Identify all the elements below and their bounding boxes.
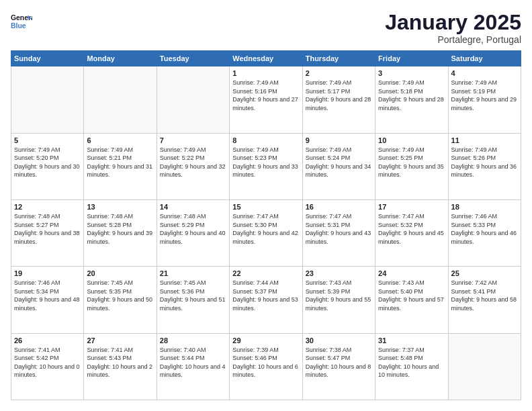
day-number: 28 [160, 336, 226, 345]
calendar-week-row: 1Sunrise: 7:49 AM Sunset: 5:16 PM Daylig… [11, 66, 521, 133]
day-number: 15 [232, 203, 299, 211]
day-info: Sunrise: 7:47 AM Sunset: 5:31 PM Dayligh… [306, 212, 372, 246]
day-info: Sunrise: 7:40 AM Sunset: 5:44 PM Dayligh… [160, 346, 226, 379]
col-tuesday: Tuesday [157, 51, 229, 66]
day-info: Sunrise: 7:38 AM Sunset: 5:47 PM Dayligh… [306, 346, 372, 379]
table-row: 5Sunrise: 7:49 AM Sunset: 5:20 PM Daylig… [11, 133, 84, 199]
day-number: 3 [378, 69, 445, 77]
day-info: Sunrise: 7:43 AM Sunset: 5:40 PM Dayligh… [378, 279, 445, 312]
day-number: 14 [160, 203, 226, 211]
subtitle: Portalegre, Portugal [385, 34, 521, 45]
day-info: Sunrise: 7:46 AM Sunset: 5:34 PM Dayligh… [14, 279, 81, 312]
day-number: 27 [87, 336, 153, 345]
table-row: 13Sunrise: 7:48 AM Sunset: 5:28 PM Dayli… [84, 199, 157, 266]
table-row: 23Sunrise: 7:43 AM Sunset: 5:39 PM Dayli… [302, 267, 375, 333]
day-number: 2 [306, 69, 372, 77]
table-row: 25Sunrise: 7:42 AM Sunset: 5:41 PM Dayli… [448, 267, 521, 333]
table-row: 24Sunrise: 7:43 AM Sunset: 5:40 PM Dayli… [375, 267, 448, 333]
day-info: Sunrise: 7:49 AM Sunset: 5:18 PM Dayligh… [378, 79, 445, 112]
table-row: 20Sunrise: 7:45 AM Sunset: 5:35 PM Dayli… [84, 267, 157, 333]
title-block: January 2025 Portalegre, Portugal [385, 11, 521, 45]
day-number: 26 [14, 336, 81, 345]
day-number: 29 [232, 336, 299, 345]
svg-text:Blue: Blue [11, 22, 26, 30]
calendar-week-row: 26Sunrise: 7:41 AM Sunset: 5:42 PM Dayli… [11, 333, 521, 400]
day-info: Sunrise: 7:49 AM Sunset: 5:21 PM Dayligh… [87, 146, 153, 179]
table-row: 17Sunrise: 7:47 AM Sunset: 5:32 PM Dayli… [375, 199, 448, 266]
page: General Blue January 2025 Portalegre, Po… [0, 0, 532, 411]
day-number: 17 [378, 203, 445, 211]
table-row: 15Sunrise: 7:47 AM Sunset: 5:30 PM Dayli… [230, 199, 302, 266]
day-number: 8 [232, 136, 299, 144]
day-info: Sunrise: 7:49 AM Sunset: 5:23 PM Dayligh… [232, 146, 299, 179]
day-info: Sunrise: 7:39 AM Sunset: 5:46 PM Dayligh… [232, 346, 299, 379]
day-number: 4 [451, 69, 518, 77]
day-number: 18 [451, 203, 518, 211]
day-info: Sunrise: 7:48 AM Sunset: 5:28 PM Dayligh… [87, 212, 153, 246]
day-info: Sunrise: 7:49 AM Sunset: 5:26 PM Dayligh… [451, 146, 518, 179]
table-row: 26Sunrise: 7:41 AM Sunset: 5:42 PM Dayli… [11, 333, 84, 400]
day-number: 19 [14, 269, 81, 277]
col-saturday: Saturday [448, 51, 521, 66]
day-info: Sunrise: 7:49 AM Sunset: 5:22 PM Dayligh… [160, 146, 226, 179]
table-row: 16Sunrise: 7:47 AM Sunset: 5:31 PM Dayli… [302, 199, 375, 266]
day-number: 6 [87, 136, 153, 144]
table-row: 30Sunrise: 7:38 AM Sunset: 5:47 PM Dayli… [302, 333, 375, 400]
day-info: Sunrise: 7:49 AM Sunset: 5:24 PM Dayligh… [306, 146, 372, 179]
day-info: Sunrise: 7:48 AM Sunset: 5:27 PM Dayligh… [14, 212, 81, 246]
col-friday: Friday [375, 51, 448, 66]
day-info: Sunrise: 7:49 AM Sunset: 5:25 PM Dayligh… [378, 146, 445, 179]
day-number: 11 [451, 136, 518, 144]
day-info: Sunrise: 7:37 AM Sunset: 5:48 PM Dayligh… [378, 346, 445, 379]
day-info: Sunrise: 7:42 AM Sunset: 5:41 PM Dayligh… [451, 279, 518, 312]
table-row: 14Sunrise: 7:48 AM Sunset: 5:29 PM Dayli… [157, 199, 229, 266]
day-info: Sunrise: 7:43 AM Sunset: 5:39 PM Dayligh… [306, 279, 372, 312]
table-row [84, 66, 157, 133]
day-info: Sunrise: 7:41 AM Sunset: 5:42 PM Dayligh… [14, 346, 81, 379]
day-number: 7 [160, 136, 226, 144]
col-wednesday: Wednesday [230, 51, 302, 66]
day-info: Sunrise: 7:49 AM Sunset: 5:17 PM Dayligh… [306, 79, 372, 112]
table-row: 11Sunrise: 7:49 AM Sunset: 5:26 PM Dayli… [448, 133, 521, 199]
logo: General Blue [11, 11, 32, 32]
day-info: Sunrise: 7:44 AM Sunset: 5:37 PM Dayligh… [232, 279, 299, 312]
day-info: Sunrise: 7:45 AM Sunset: 5:35 PM Dayligh… [87, 279, 153, 312]
col-thursday: Thursday [302, 51, 375, 66]
table-row: 7Sunrise: 7:49 AM Sunset: 5:22 PM Daylig… [157, 133, 229, 199]
day-number: 20 [87, 269, 153, 277]
table-row: 2Sunrise: 7:49 AM Sunset: 5:17 PM Daylig… [302, 66, 375, 133]
table-row: 19Sunrise: 7:46 AM Sunset: 5:34 PM Dayli… [11, 267, 84, 333]
table-row: 31Sunrise: 7:37 AM Sunset: 5:48 PM Dayli… [375, 333, 448, 400]
table-row: 22Sunrise: 7:44 AM Sunset: 5:37 PM Dayli… [230, 267, 302, 333]
day-number: 24 [378, 269, 445, 277]
table-row [448, 333, 521, 400]
calendar-header-row: Sunday Monday Tuesday Wednesday Thursday… [11, 51, 521, 66]
calendar-week-row: 12Sunrise: 7:48 AM Sunset: 5:27 PM Dayli… [11, 199, 521, 266]
day-number: 10 [378, 136, 445, 144]
day-info: Sunrise: 7:47 AM Sunset: 5:30 PM Dayligh… [232, 212, 299, 246]
table-row: 27Sunrise: 7:41 AM Sunset: 5:43 PM Dayli… [84, 333, 157, 400]
day-number: 22 [232, 269, 299, 277]
month-title: January 2025 [385, 11, 521, 34]
table-row: 6Sunrise: 7:49 AM Sunset: 5:21 PM Daylig… [84, 133, 157, 199]
day-info: Sunrise: 7:46 AM Sunset: 5:33 PM Dayligh… [451, 212, 518, 246]
day-number: 30 [306, 336, 372, 345]
day-number: 16 [306, 203, 372, 211]
day-info: Sunrise: 7:41 AM Sunset: 5:43 PM Dayligh… [87, 346, 153, 379]
table-row: 4Sunrise: 7:49 AM Sunset: 5:19 PM Daylig… [448, 66, 521, 133]
day-info: Sunrise: 7:49 AM Sunset: 5:19 PM Dayligh… [451, 79, 518, 112]
table-row [11, 66, 84, 133]
day-number: 31 [378, 336, 445, 345]
calendar-week-row: 19Sunrise: 7:46 AM Sunset: 5:34 PM Dayli… [11, 267, 521, 333]
logo-icon: General Blue [11, 11, 32, 32]
day-number: 13 [87, 203, 153, 211]
day-number: 12 [14, 203, 81, 211]
day-number: 21 [160, 269, 226, 277]
table-row: 3Sunrise: 7:49 AM Sunset: 5:18 PM Daylig… [375, 66, 448, 133]
day-number: 5 [14, 136, 81, 144]
day-info: Sunrise: 7:49 AM Sunset: 5:20 PM Dayligh… [14, 146, 81, 179]
day-info: Sunrise: 7:45 AM Sunset: 5:36 PM Dayligh… [160, 279, 226, 312]
table-row: 21Sunrise: 7:45 AM Sunset: 5:36 PM Dayli… [157, 267, 229, 333]
col-sunday: Sunday [11, 51, 84, 66]
col-monday: Monday [84, 51, 157, 66]
